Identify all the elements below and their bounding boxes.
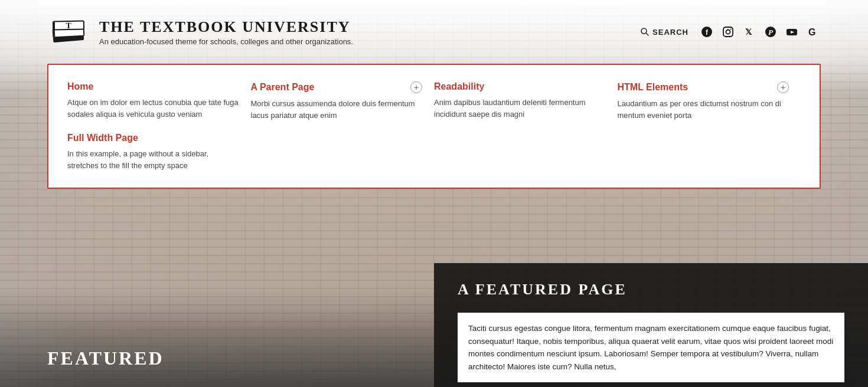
- site-title: The TextBook University: [99, 18, 353, 36]
- svg-rect-10: [723, 27, 733, 37]
- menu-home-desc: Atque on im dolor em lectus conubia que …: [67, 97, 239, 120]
- svg-text:𝕏: 𝕏: [745, 27, 752, 37]
- featured-right: A Featured Page Taciti cursus egestas co…: [434, 263, 868, 387]
- svg-text:G: G: [808, 27, 815, 37]
- menu-home-label: Home: [67, 81, 93, 92]
- menu-fullwidth-title[interactable]: Full Width Page: [67, 133, 239, 143]
- html-expand-icon[interactable]: +: [777, 81, 789, 93]
- featured-text-box: Taciti cursus egestas congue litora, fer…: [458, 313, 844, 382]
- bottom-section: Featured A Featured Page Taciti cursus e…: [0, 263, 868, 387]
- header-left: T The TextBook University An education-f…: [47, 11, 353, 53]
- menu-html-title[interactable]: HTML Elements +: [618, 81, 789, 93]
- featured-page-title: A Featured Page: [458, 281, 844, 299]
- menu-column-parent: A Parent Page + Morbi cursus assumenda d…: [251, 81, 435, 121]
- svg-line-7: [646, 33, 648, 35]
- menu-parent-desc: Morbi cursus assumenda dolore duis ferme…: [251, 98, 423, 121]
- featured-text: Taciti cursus egestas congue litora, fer…: [468, 324, 833, 371]
- svg-text:T: T: [66, 21, 71, 30]
- menu-home-title[interactable]: Home: [67, 81, 239, 92]
- facebook-icon[interactable]: f: [699, 24, 714, 40]
- twitter-icon[interactable]: 𝕏: [742, 24, 757, 40]
- menu-readability-title[interactable]: Readability: [434, 81, 606, 92]
- menu-readability-label: Readability: [434, 81, 484, 92]
- menu-fullwidth-label: Full Width Page: [67, 133, 138, 143]
- svg-point-12: [730, 29, 732, 30]
- svg-text:P: P: [768, 28, 774, 37]
- social-icons-bar: f 𝕏 P G: [699, 24, 821, 40]
- site-title-block: The TextBook University An education-foc…: [99, 18, 353, 46]
- mega-menu-second-row: Full Width Page In this example, a page …: [67, 133, 801, 171]
- menu-html-desc: Laudantium as per ores dictumst nostrum …: [618, 98, 789, 121]
- site-subtitle: An education-focused theme for schools, …: [99, 37, 353, 46]
- instagram-icon[interactable]: [720, 24, 736, 40]
- search-icon: [641, 28, 649, 36]
- menu-column-html: HTML Elements + Laudantium as per ores d…: [618, 81, 801, 121]
- menu-column-readability: Readability Anim dapibus laudantium dele…: [434, 81, 618, 121]
- svg-line-5: [54, 29, 55, 37]
- menu-html-label: HTML Elements: [618, 82, 688, 93]
- mega-menu-grid: Home Atque on im dolor em lectus conubia…: [67, 81, 801, 121]
- parent-expand-icon[interactable]: +: [410, 81, 422, 93]
- svg-point-11: [726, 30, 730, 34]
- search-button[interactable]: SEARCH: [641, 28, 688, 37]
- google-icon[interactable]: G: [805, 24, 821, 40]
- menu-column-fullwidth: Full Width Page In this example, a page …: [67, 133, 251, 171]
- site-header: T The TextBook University An education-f…: [0, 0, 868, 64]
- search-label: SEARCH: [652, 28, 688, 37]
- menu-column-home: Home Atque on im dolor em lectus conubia…: [67, 81, 251, 121]
- youtube-icon[interactable]: [784, 24, 800, 40]
- menu-readability-desc: Anim dapibus laudantium deleniti ferment…: [434, 97, 606, 120]
- site-logo[interactable]: T: [47, 11, 90, 53]
- menu-parent-label: A Parent Page: [251, 82, 315, 93]
- featured-left: Featured: [0, 263, 434, 387]
- mega-menu: Home Atque on im dolor em lectus conubia…: [47, 64, 821, 189]
- menu-fullwidth-desc: In this example, a page without a sideba…: [67, 148, 239, 171]
- menu-parent-title[interactable]: A Parent Page +: [251, 81, 423, 93]
- featured-label: Featured: [47, 347, 164, 369]
- header-right: SEARCH f 𝕏 P G: [641, 24, 821, 40]
- pinterest-icon[interactable]: P: [763, 24, 778, 40]
